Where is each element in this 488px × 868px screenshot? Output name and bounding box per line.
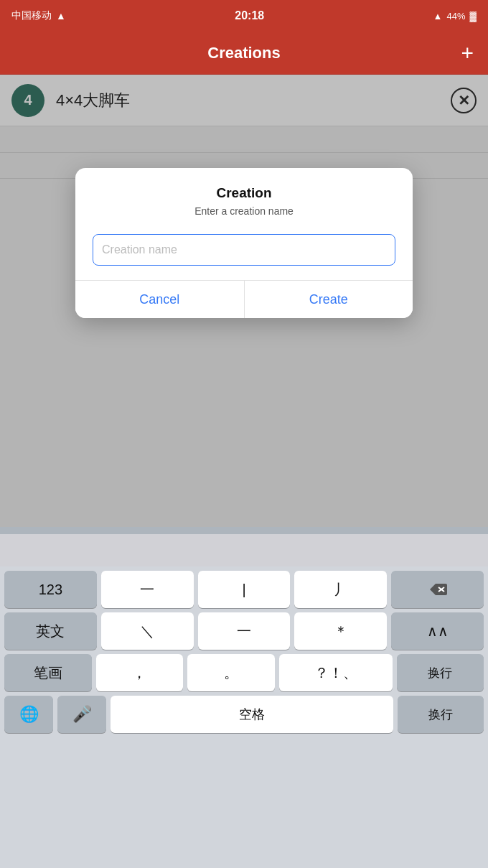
signal-icon: ▲ (433, 11, 443, 22)
key-horizontal[interactable]: 一 (198, 612, 291, 650)
modal-body (75, 223, 413, 266)
key-english[interactable]: 英文 (4, 612, 97, 650)
key-mic[interactable]: 🎤 (57, 696, 106, 733)
key-punctuation[interactable]: ？！、 (279, 654, 393, 691)
keyboard: 123 一 | 丿 英文 ＼ 一 ＊ ∧∧ 笔画 ， 。 ？！、 换行 (0, 566, 488, 868)
key-period[interactable]: 。 (187, 654, 275, 691)
add-creation-button[interactable]: + (461, 42, 474, 64)
keyboard-row-4: 🌐 🎤 空格 换行 (0, 691, 488, 739)
key-caret[interactable]: ∧∧ (391, 612, 484, 650)
content-area: 4 4×4大脚车 ✕ Creation Enter a creation nam… (0, 75, 488, 527)
key-vertical[interactable]: | (198, 571, 291, 608)
modal-title: Creation (93, 185, 395, 201)
battery-icon: ▓ (470, 11, 477, 22)
creation-modal: Creation Enter a creation name Cancel Cr… (75, 168, 413, 318)
keyboard-separator (0, 527, 488, 534)
creation-name-input[interactable] (93, 234, 395, 266)
key-hook[interactable]: 丿 (294, 571, 387, 608)
keyboard-row-3: 笔画 ， 。 ？！、 换行 (0, 650, 488, 691)
carrier-label: 中国移动 (11, 9, 52, 22)
modal-subtitle: Enter a creation name (93, 205, 395, 217)
status-left: 中国移动 ▲ (11, 9, 66, 22)
wifi-icon: ▲ (56, 10, 66, 22)
status-time: 20:18 (235, 9, 264, 22)
key-return[interactable]: 换行 (397, 654, 484, 691)
key-space[interactable]: 空格 (111, 696, 393, 733)
status-right: ▲ 44% ▓ (433, 11, 477, 22)
modal-actions: Cancel Create (75, 281, 413, 318)
key-backslash[interactable]: ＼ (101, 612, 194, 650)
key-globe[interactable]: 🌐 (4, 696, 53, 733)
key-asterisk[interactable]: ＊ (294, 612, 387, 650)
key-dash[interactable]: 一 (101, 571, 194, 608)
key-strokes[interactable]: 笔画 (4, 654, 92, 691)
key-comma[interactable]: ， (96, 654, 184, 691)
keyboard-row-2: 英文 ＼ 一 ＊ ∧∧ (0, 608, 488, 650)
status-bar: 中国移动 ▲ 20:18 ▲ 44% ▓ (0, 0, 488, 32)
keyboard-row-1: 123 一 | 丿 (0, 566, 488, 608)
battery-label: 44% (446, 11, 465, 22)
modal-overlay: Creation Enter a creation name Cancel Cr… (0, 75, 488, 527)
cancel-button[interactable]: Cancel (75, 281, 244, 318)
key-return-wide[interactable]: 换行 (398, 696, 484, 733)
key-123[interactable]: 123 (4, 571, 97, 608)
nav-title: Creations (207, 44, 280, 62)
create-button[interactable]: Create (245, 281, 413, 318)
nav-bar: Creations + (0, 32, 488, 75)
key-backspace[interactable] (391, 571, 484, 608)
modal-header: Creation Enter a creation name (75, 168, 413, 223)
